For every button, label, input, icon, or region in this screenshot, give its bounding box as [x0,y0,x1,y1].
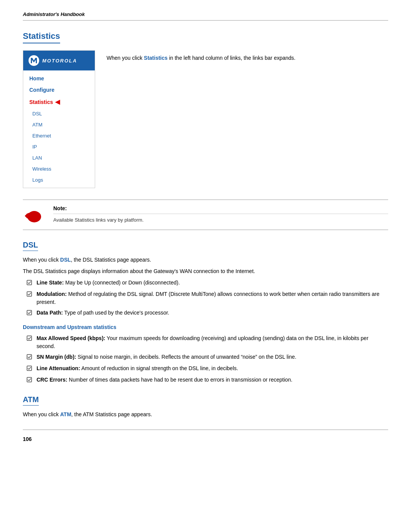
dsl-section: DSL When you click DSL, the DSL Statisti… [23,241,388,385]
bullet-icon-6 [27,365,33,373]
bullet-sn-margin: SN Margin (db): Signal to noise margin, … [27,353,388,362]
term-data-path: Data Path: [37,310,63,316]
bottom-divider [23,430,388,430]
term-line-attenuation: Line Attenuation: [37,365,80,371]
bullet-max-speed: Max Allowed Speed (kbps): Your maximum s… [27,334,388,350]
motorola-m-icon [30,57,38,64]
svg-rect-9 [27,377,32,382]
bullet-line-attenuation: Line Attenuation: Amount of reduction in… [27,364,388,373]
nav-item-wireless[interactable]: Wireless [23,163,95,174]
note-icon-area [23,205,46,224]
nav-item-lan[interactable]: LAN [23,152,95,163]
nav-items-list: Home Configure Statistics ◀ DSL ATM Ethe… [23,70,95,188]
bullet-data-path: Data Path: Type of path used by the devi… [27,309,388,318]
svg-rect-6 [27,336,32,340]
bullet-icon-1 [27,280,33,288]
atm-intro: When you click ATM, the ATM Statistics p… [23,410,388,419]
bullet-modulation: Modulation: Method of regulating the DSL… [27,290,388,306]
bullet-crc-errors: CRC Errors: Number of times data packets… [27,376,388,385]
statistics-description: When you click Statistics in the left ha… [107,50,388,188]
bullet-icon-2 [27,291,33,299]
nav-panel: MOTOROLA Home Configure Statistics ◀ DSL… [23,50,95,188]
dsl-bullets: Line State: May be Up (connected) or Dow… [27,279,388,318]
svg-rect-4 [27,292,32,296]
nav-item-configure[interactable]: Configure [23,84,95,96]
svg-rect-8 [27,366,32,371]
svg-marker-2 [25,214,27,218]
handbook-header: Administrator's Handbook [23,11,388,17]
svg-rect-7 [27,355,32,359]
nav-item-ip[interactable]: IP [23,141,95,152]
svg-rect-3 [27,280,32,285]
motorola-text: MOTOROLA [42,58,77,64]
motorola-logo-icon [29,55,39,66]
note-section: Note: Available Statistics links vary by… [23,200,388,230]
atm-link[interactable]: ATM [60,411,71,417]
term-sn-margin: SN Margin (db): [37,354,76,360]
nav-item-dsl[interactable]: DSL [23,108,95,119]
bullet-icon-3 [27,310,33,318]
bullet-icon-4 [27,335,33,343]
bullet-line-state: Line State: May be Up (connected) or Dow… [27,279,388,288]
note-label: Note: [53,205,388,211]
page-number: 106 [23,436,388,442]
note-finger-icon [24,205,45,224]
nav-item-ethernet[interactable]: Ethernet [23,130,95,141]
description-suffix: in the left hand column of links, the li… [167,55,295,61]
nav-item-statistics[interactable]: Statistics ◀ [23,96,95,108]
atm-section: ATM When you click ATM, the ATM Statisti… [23,395,388,419]
bullet-icon-7 [27,377,33,385]
statistics-content-block: MOTOROLA Home Configure Statistics ◀ DSL… [23,50,388,188]
nav-logo: MOTOROLA [23,51,95,70]
dsl-link[interactable]: DSL [60,257,71,263]
statistics-link[interactable]: Statistics [144,55,167,61]
term-line-state: Line State: [37,280,64,286]
atm-section-title: ATM [23,395,39,406]
downstream-bullets: Max Allowed Speed (kbps): Your maximum s… [27,334,388,385]
nav-item-logs[interactable]: Logs [23,174,95,185]
nav-item-home[interactable]: Home [23,73,95,84]
term-max-speed: Max Allowed Speed (kbps): [37,335,105,341]
term-modulation: Modulation: [37,291,67,297]
top-divider [23,20,388,21]
header-title: Administrator's Handbook [23,11,388,17]
downstream-heading: Downstream and Upstream statistics [23,323,388,331]
svg-rect-5 [27,310,32,315]
description-pre: When you click [107,55,144,61]
dsl-section-title: DSL [23,241,38,251]
term-crc-errors: CRC Errors: [37,377,67,383]
note-content: Note: Available Statistics links vary by… [53,205,388,223]
note-text: Available Statistics links vary by platf… [53,214,388,223]
dsl-intro1: When you click DSL, the DSL Statistics p… [23,256,388,264]
bullet-icon-5 [27,354,33,362]
nav-item-atm[interactable]: ATM [23,119,95,130]
statistics-arrow-icon: ◀ [55,98,60,105]
dsl-intro2: The DSL Statistics page displays informa… [23,267,388,275]
statistics-section-title: Statistics [23,31,60,43]
